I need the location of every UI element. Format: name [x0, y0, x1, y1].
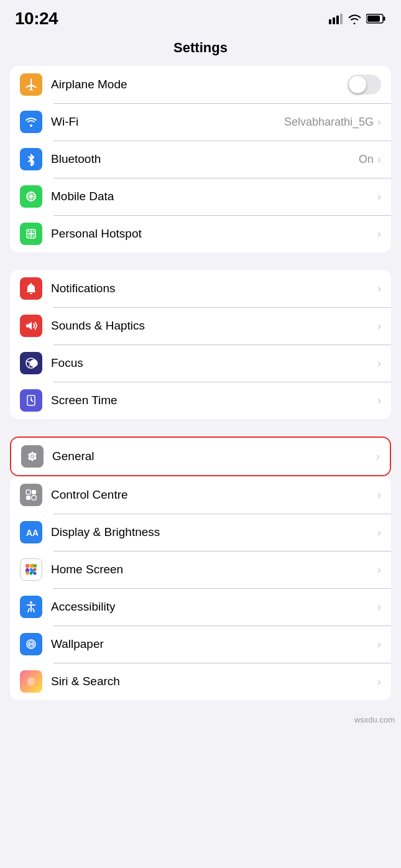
- general-icon: [21, 445, 44, 468]
- screen-time-label: Screen Time: [51, 394, 377, 407]
- siri-search-chevron: ›: [377, 675, 381, 688]
- svg-rect-8: [26, 490, 30, 494]
- svg-point-25: [26, 572, 29, 575]
- page-header: Settings: [0, 34, 401, 66]
- svg-rect-1: [384, 17, 385, 21]
- mobile-data-label: Mobile Data: [51, 190, 377, 203]
- focus-label: Focus: [51, 356, 377, 370]
- siri-icon: [20, 670, 42, 693]
- wifi-chevron: ›: [377, 116, 381, 129]
- sounds-haptics-chevron: ›: [377, 320, 381, 333]
- settings-item-notifications[interactable]: Notifications ›: [10, 270, 391, 307]
- svg-point-3: [30, 124, 32, 127]
- personal-hotspot-label: Personal Hotspot: [51, 227, 377, 241]
- svg-point-19: [26, 565, 29, 568]
- wifi-value: Selvabharathi_5G: [284, 116, 374, 129]
- svg-point-23: [30, 568, 33, 571]
- airplane-mode-label: Airplane Mode: [51, 78, 348, 91]
- accessibility-icon: [20, 596, 42, 618]
- settings-item-control-centre[interactable]: Control Centre ›: [10, 476, 391, 514]
- bluetooth-value: On: [359, 153, 374, 166]
- screen-time-chevron: ›: [377, 394, 381, 407]
- svg-point-22: [26, 568, 29, 571]
- signal-icon: [329, 13, 343, 24]
- connectivity-group: Airplane Mode Wi-Fi Selvabharathi_5G › B…: [10, 66, 391, 252]
- svg-point-7: [31, 455, 34, 458]
- settings-item-bluetooth[interactable]: Bluetooth On ›: [10, 141, 391, 178]
- accessibility-label: Accessibility: [51, 600, 377, 614]
- general-group: General ›: [10, 436, 391, 476]
- settings-item-general[interactable]: General ›: [11, 438, 390, 475]
- wallpaper-chevron: ›: [377, 638, 381, 651]
- settings-item-mobile-data[interactable]: Mobile Data ›: [10, 178, 391, 215]
- svg-point-27: [34, 572, 37, 575]
- svg-rect-2: [367, 16, 380, 22]
- svg-point-26: [30, 572, 33, 575]
- settings-item-focus[interactable]: Focus ›: [10, 344, 391, 382]
- settings-item-siri-search[interactable]: Siri & Search ›: [10, 663, 391, 700]
- display-brightness-icon: AA: [20, 521, 42, 543]
- more-settings-group: Control Centre › AA Display & Brightness…: [10, 476, 391, 700]
- wifi-label: Wi-Fi: [51, 115, 284, 129]
- focus-icon: [20, 352, 42, 374]
- personal-hotspot-icon: [20, 223, 42, 245]
- settings-item-personal-hotspot[interactable]: Personal Hotspot ›: [10, 215, 391, 252]
- wallpaper-label: Wallpaper: [51, 637, 377, 651]
- display-brightness-chevron: ›: [377, 526, 381, 539]
- display-brightness-label: Display & Brightness: [51, 525, 377, 539]
- settings-item-screen-time[interactable]: Screen Time ›: [10, 382, 391, 419]
- accessibility-chevron: ›: [377, 601, 381, 614]
- svg-rect-11: [32, 496, 36, 500]
- control-centre-icon: [20, 484, 42, 506]
- battery-icon: [366, 13, 386, 24]
- personal-hotspot-chevron: ›: [377, 228, 381, 241]
- control-centre-label: Control Centre: [51, 488, 377, 502]
- airplane-mode-toggle[interactable]: [348, 75, 381, 95]
- settings-item-display-brightness[interactable]: AA Display & Brightness ›: [10, 514, 391, 551]
- control-centre-chevron: ›: [377, 489, 381, 502]
- svg-point-21: [34, 565, 37, 568]
- wifi-icon: [20, 111, 42, 133]
- focus-chevron: ›: [377, 357, 381, 370]
- watermark: wsxdu.com: [0, 713, 401, 731]
- notifications-group: Notifications › Sounds & Haptics ›: [10, 270, 391, 419]
- siri-search-label: Siri & Search: [51, 675, 377, 688]
- svg-point-20: [30, 565, 33, 568]
- svg-rect-10: [26, 496, 30, 500]
- wallpaper-icon: [20, 633, 42, 655]
- settings-item-wallpaper[interactable]: Wallpaper ›: [10, 626, 391, 663]
- general-chevron: ›: [376, 450, 380, 463]
- svg-text:AA: AA: [26, 528, 38, 538]
- settings-item-airplane-mode[interactable]: Airplane Mode: [10, 66, 391, 103]
- settings-item-sounds-haptics[interactable]: Sounds & Haptics ›: [10, 307, 391, 344]
- screen-time-icon: [20, 389, 42, 412]
- status-icons: [329, 13, 386, 24]
- home-screen-chevron: ›: [377, 563, 381, 576]
- svg-rect-9: [32, 490, 36, 494]
- sounds-haptics-icon: [20, 315, 42, 337]
- bluetooth-label: Bluetooth: [51, 152, 359, 166]
- page-title: Settings: [173, 40, 228, 55]
- notifications-icon: [20, 277, 42, 300]
- svg-point-24: [34, 568, 37, 571]
- wifi-status-icon: [348, 14, 361, 24]
- mobile-data-icon: [20, 185, 42, 208]
- bluetooth-chevron: ›: [377, 153, 381, 166]
- notifications-label: Notifications: [51, 282, 377, 295]
- mobile-data-chevron: ›: [377, 190, 381, 203]
- home-screen-icon: [20, 558, 42, 581]
- status-time: 10:24: [15, 9, 58, 29]
- status-bar: 10:24: [0, 0, 401, 34]
- settings-item-home-screen[interactable]: Home Screen ›: [10, 551, 391, 588]
- notifications-chevron: ›: [377, 282, 381, 295]
- settings-item-accessibility[interactable]: Accessibility ›: [10, 588, 391, 626]
- home-screen-label: Home Screen: [51, 563, 377, 576]
- airplane-mode-icon: [20, 73, 42, 96]
- bluetooth-icon: [20, 148, 42, 170]
- sounds-haptics-label: Sounds & Haptics: [51, 319, 377, 333]
- svg-point-28: [30, 601, 32, 604]
- settings-item-wifi[interactable]: Wi-Fi Selvabharathi_5G ›: [10, 103, 391, 141]
- svg-point-30: [27, 677, 35, 686]
- general-label: General: [52, 450, 376, 463]
